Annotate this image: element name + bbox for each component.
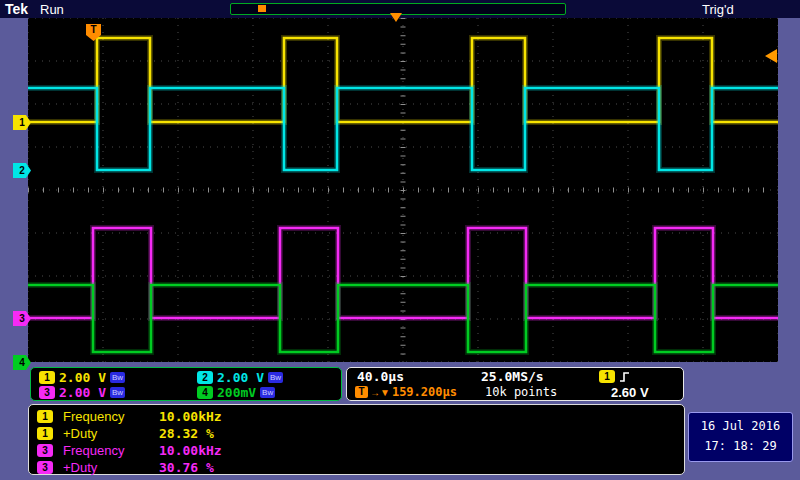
trigger-flag-label: T — [90, 24, 96, 35]
delay-value: 159.200µs — [392, 385, 457, 399]
measurement-value: 30.76 % — [159, 460, 214, 475]
measurement-row: 3 +Duty 30.76 % — [37, 460, 214, 475]
measurement-name: Frequency — [63, 443, 159, 458]
measurement-row: 1 +Duty 28.32 % — [37, 426, 214, 441]
horizontal-trigger-box: 40.0µs T →▼ 159.200µs 25.0MS/s 10k point… — [346, 367, 684, 401]
ch2-trace — [28, 88, 778, 170]
measurement-value: 10.00kHz — [159, 409, 222, 424]
ch3-scale: 2.00 V — [59, 385, 106, 400]
sample-rate-readout: 25.0MS/s — [481, 369, 544, 384]
waveform-display: T — [28, 18, 778, 362]
time-readout: 17: 18: 29 — [689, 439, 792, 453]
ch2-badge: 2 — [197, 371, 213, 384]
ch2-readout: 2 2.00 V Bw — [197, 370, 283, 385]
ch1-bandwidth-badge: Bw — [110, 372, 125, 383]
delay-arrow-icon: →▼ — [370, 387, 390, 398]
measurements-box: 1 Frequency 10.00kHz 1 +Duty 28.32 % 3 F… — [28, 404, 685, 475]
timebase-readout: 40.0µs — [357, 369, 404, 384]
record-length-readout: 10k points — [485, 385, 557, 399]
measurement-name: +Duty — [63, 460, 159, 475]
ch3-readout: 3 2.00 V Bw — [39, 385, 125, 400]
measurement-row: 3 Frequency 10.00kHz — [37, 443, 222, 458]
ch2-trace — [28, 88, 778, 170]
tek-logo: Tek — [5, 1, 28, 17]
trigger-t-badge: T — [355, 386, 368, 398]
ch4-scale: 200mV — [217, 385, 256, 400]
trigger-source: 1 — [599, 370, 631, 383]
channel-readout-box: 1 2.00 V Bw 2 2.00 V Bw 3 2.00 V Bw 4 20… — [30, 367, 342, 401]
ch1-scale: 2.00 V — [59, 370, 106, 385]
date-readout: 16 Jul 2016 — [689, 419, 792, 433]
ch2-bandwidth-badge: Bw — [268, 372, 283, 383]
measurement-name: +Duty — [63, 426, 159, 441]
measurement-ch-badge: 1 — [37, 410, 53, 423]
delay-readout: T →▼ 159.200µs — [355, 385, 457, 399]
trigger-level-arrow-icon — [765, 49, 777, 63]
rising-edge-icon — [619, 371, 631, 383]
trigger-source-badge: 1 — [599, 370, 615, 383]
acquisition-status: Run — [40, 2, 64, 17]
waveform-svg — [28, 18, 778, 362]
ch4-readout: 4 200mV Bw — [197, 385, 275, 400]
ch3-badge: 3 — [39, 386, 55, 399]
ch4-bandwidth-badge: Bw — [260, 387, 275, 398]
measurement-row: 1 Frequency 10.00kHz — [37, 409, 222, 424]
datetime-box: 16 Jul 2016 17: 18: 29 — [688, 412, 793, 462]
ch2-scale: 2.00 V — [217, 370, 264, 385]
trigger-level-readout: 2.60 V — [611, 385, 649, 400]
ch3-trace — [28, 228, 778, 318]
trigger-status: Trig'd — [702, 2, 734, 17]
ch3-bandwidth-badge: Bw — [110, 387, 125, 398]
measurement-ch-badge: 3 — [37, 444, 53, 457]
ch3-trace — [28, 228, 778, 318]
measurement-value: 10.00kHz — [159, 443, 222, 458]
ch4-badge: 4 — [197, 386, 213, 399]
measurement-value: 28.32 % — [159, 426, 214, 441]
ch1-readout: 1 2.00 V Bw — [39, 370, 125, 385]
measurement-ch-badge: 1 — [37, 427, 53, 440]
record-trigger-marker-icon — [258, 5, 266, 12]
window-position-arrow-icon — [390, 13, 402, 22]
measurement-name: Frequency — [63, 409, 159, 424]
ch1-badge: 1 — [39, 371, 55, 384]
measurement-ch-badge: 3 — [37, 461, 53, 474]
